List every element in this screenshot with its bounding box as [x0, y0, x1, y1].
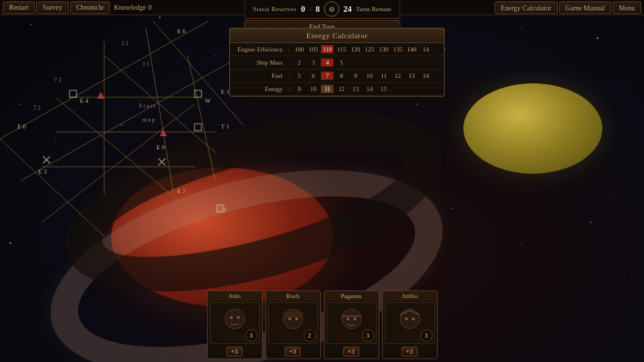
char-action-aldo[interactable]: +3	[226, 347, 242, 356]
fuel-14[interactable]: 14	[420, 72, 432, 80]
knowledge-display: Knowledge 0	[114, 3, 151, 11]
engine-efficiency-values: : 100 105 110 115 120 125 130 135 140 14	[286, 43, 444, 56]
fuel-row: Fuel : 5 6 7 8 9 10 11 12 13 14	[230, 69, 444, 83]
char-stat-paganus: 3	[362, 329, 374, 342]
svg-point-88	[405, 318, 408, 320]
svg-point-22	[520, 242, 521, 243]
restart-button[interactable]: Restart	[3, 1, 35, 14]
fuel-13[interactable]: 13	[406, 72, 418, 80]
char-card-aldo[interactable]: Aldo 3 +3	[207, 290, 263, 359]
svg-point-77	[288, 318, 291, 320]
energy-values: : 9 10 11 12 13 14 15	[286, 83, 444, 96]
energy-14[interactable]: 14	[363, 85, 376, 93]
svg-point-14	[416, 104, 417, 104]
svg-point-20	[69, 208, 70, 209]
turns-value: 24	[343, 4, 352, 15]
fuel-6[interactable]: 6	[307, 72, 320, 80]
svg-point-9	[625, 83, 626, 84]
fuel-11[interactable]: 11	[377, 72, 390, 80]
knowledge-label: Knowledge	[114, 3, 146, 11]
energy-13[interactable]: 13	[349, 85, 362, 93]
stasis-bar: Stasis Reserves 0 / 8 ⚙ 24 Turns Remain	[244, 0, 400, 19]
mass-4[interactable]: 4	[321, 58, 333, 67]
svg-point-21	[451, 208, 452, 208]
engine-efficiency-label: Engine Efficiency	[230, 43, 286, 56]
calc-table: Engine Efficiency : 100 105 110 115 120 …	[230, 43, 444, 96]
mass-3[interactable]: 3	[307, 58, 320, 67]
char-portrait-attilio: 3	[385, 302, 435, 344]
svg-point-84	[354, 318, 356, 320]
char-action-paganus[interactable]: +3	[343, 347, 358, 356]
char-portrait-aldo: 3	[210, 302, 260, 344]
fuel-values: : 5 6 7 8 9 10 11 12 13 14	[286, 69, 444, 83]
svg-point-0	[31, 24, 32, 25]
char-name-attilio: Attilio	[383, 291, 437, 301]
energy-calculator-title: Energy Calculator	[230, 28, 444, 43]
mass-2[interactable]: 2	[293, 58, 306, 67]
turns-label: Turns Remain	[356, 6, 391, 13]
energy-10[interactable]: 10	[307, 85, 320, 93]
mass-5[interactable]: 5	[336, 58, 348, 67]
char-action-attilio[interactable]: +3	[402, 347, 417, 356]
svg-point-10	[20, 104, 21, 104]
char-name-aldo: Aldo	[208, 291, 262, 301]
val-120[interactable]: 120	[349, 45, 362, 54]
svg-point-19	[44, 291, 45, 292]
char-card-attilio[interactable]: Attilio 3 +3	[382, 290, 438, 359]
char-action-roch[interactable]: +3	[285, 347, 300, 356]
val-140[interactable]: 140	[406, 45, 418, 54]
svg-point-89	[412, 318, 415, 320]
svg-point-72	[237, 316, 240, 319]
svg-point-23	[590, 222, 591, 223]
stasis-max: 8	[315, 4, 320, 15]
char-bottom-roch: +3	[266, 345, 320, 359]
engine-efficiency-row: Engine Efficiency : 100 105 110 115 120 …	[230, 43, 444, 56]
menu-button[interactable]: Menu	[613, 1, 641, 14]
chronicle-button[interactable]: Chronicle	[70, 1, 110, 14]
fuel-12[interactable]: 12	[392, 72, 404, 80]
val-125[interactable]: 125	[363, 45, 376, 54]
fuel-5[interactable]: 5	[293, 72, 306, 80]
char-portrait-roch: 2	[268, 302, 318, 344]
char-card-roch[interactable]: Roch 2 +3	[265, 290, 321, 359]
char-name-paganus: Paganus	[324, 291, 379, 301]
game-manual-button[interactable]: Game Manual	[559, 1, 611, 14]
energy-9[interactable]: 9	[293, 85, 306, 93]
ship-mass-values: : 2 3 4 5	[286, 56, 444, 69]
ship-mass-row: Ship Mass : 2 3 4 5	[230, 56, 444, 69]
char-bottom-aldo: +3	[208, 345, 262, 359]
fuel-7[interactable]: 7	[321, 72, 333, 80]
svg-point-8	[597, 38, 598, 39]
fuel-10[interactable]: 10	[363, 72, 376, 80]
svg-point-2	[159, 17, 160, 18]
char-name-roch: Roch	[266, 291, 320, 301]
energy-row: Energy : 9 10 11 12 13 14 15	[230, 83, 444, 96]
val-135[interactable]: 135	[392, 45, 404, 54]
val-100[interactable]: 100	[293, 45, 306, 54]
char-stat-roch: 2	[304, 329, 316, 342]
energy-label: Energy	[230, 83, 286, 96]
stasis-current: 0	[301, 4, 305, 15]
fuel-8[interactable]: 8	[336, 72, 348, 80]
svg-point-18	[10, 242, 11, 244]
val-14x[interactable]: 14	[420, 45, 432, 54]
svg-point-24	[632, 278, 633, 279]
val-105[interactable]: 105	[307, 45, 320, 54]
char-card-paganus[interactable]: Paganus 3 +3	[324, 290, 379, 359]
stasis-icon: ⚙	[324, 1, 339, 17]
energy-15[interactable]: 15	[377, 85, 390, 93]
energy-12[interactable]: 12	[336, 85, 348, 93]
planet-yellow	[463, 83, 602, 174]
stasis-label: Stasis Reserves	[253, 6, 297, 13]
svg-point-78	[295, 318, 298, 320]
knowledge-value: 0	[148, 3, 151, 11]
svg-point-3	[215, 55, 215, 56]
energy-calculator-button[interactable]: Energy Calculator	[495, 1, 558, 14]
energy-11[interactable]: 11	[321, 85, 333, 93]
fuel-9[interactable]: 9	[349, 72, 362, 80]
val-110[interactable]: 110	[321, 45, 333, 54]
val-130[interactable]: 130	[377, 45, 390, 54]
survey-button[interactable]: Survey	[36, 1, 68, 14]
val-115[interactable]: 115	[336, 45, 348, 54]
char-bottom-attilio: +3	[383, 345, 437, 359]
